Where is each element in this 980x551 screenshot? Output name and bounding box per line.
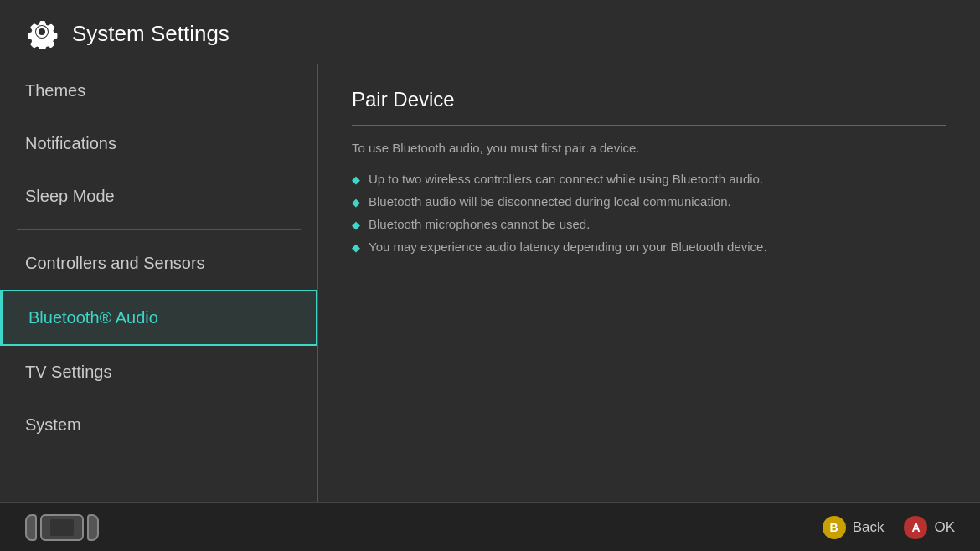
back-button[interactable]: B Back xyxy=(823,516,885,539)
ok-label: OK xyxy=(934,519,955,536)
bullet-3: ◆ Bluetooth microphones cannot be used. xyxy=(352,217,946,231)
bullet-diamond-2: ◆ xyxy=(352,196,360,209)
switch-console-icon xyxy=(25,514,99,541)
settings-icon xyxy=(25,15,72,52)
sidebar-item-tv-settings[interactable]: TV Settings xyxy=(0,346,317,399)
footer-left xyxy=(25,514,99,541)
detail-description: To use Bluetooth audio, you must first p… xyxy=(352,141,946,155)
switch-body-icon xyxy=(40,514,84,541)
b-button-icon: B xyxy=(823,516,846,539)
bullet-4: ◆ You may experience audio latency depen… xyxy=(352,239,946,254)
bullet-1: ◆ Up to two wireless controllers can con… xyxy=(352,172,946,186)
detail-divider xyxy=(352,125,946,126)
header-title: System Settings xyxy=(72,21,230,47)
sidebar-item-system[interactable]: System xyxy=(0,399,317,451)
joycon-left-icon xyxy=(25,514,37,541)
header: System Settings xyxy=(0,0,980,64)
bullet-diamond-4: ◆ xyxy=(352,241,360,254)
back-label: Back xyxy=(853,519,885,536)
sidebar-divider xyxy=(17,229,301,230)
bullet-2: ◆ Bluetooth audio will be disconnected d… xyxy=(352,194,946,209)
sidebar-item-sleep-mode[interactable]: Sleep Mode xyxy=(0,170,317,223)
sidebar-item-notifications[interactable]: Notifications xyxy=(0,117,317,170)
ok-button[interactable]: A OK xyxy=(904,516,955,539)
sidebar-item-themes[interactable]: Themes xyxy=(0,64,317,117)
detail-bullets: ◆ Up to two wireless controllers can con… xyxy=(352,172,946,254)
footer-right: B Back A OK xyxy=(823,516,955,539)
detail-title: Pair Device xyxy=(352,88,946,111)
switch-screen-icon xyxy=(50,519,74,536)
a-button-icon: A xyxy=(904,516,927,539)
joycon-right-icon xyxy=(87,514,99,541)
bullet-diamond-3: ◆ xyxy=(352,219,360,231)
main-content: Themes Notifications Sleep Mode Controll… xyxy=(0,64,980,508)
detail-panel: Pair Device To use Bluetooth audio, you … xyxy=(318,64,980,508)
sidebar-item-bluetooth-audio[interactable]: Bluetooth® Audio xyxy=(0,290,317,346)
sidebar: Themes Notifications Sleep Mode Controll… xyxy=(0,64,318,508)
bullet-diamond-1: ◆ xyxy=(352,173,360,186)
footer: B Back A OK xyxy=(0,502,980,551)
sidebar-item-controllers-sensors[interactable]: Controllers and Sensors xyxy=(0,237,317,290)
